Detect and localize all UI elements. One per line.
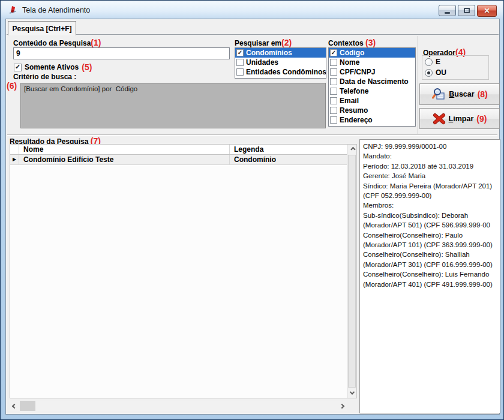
checkbox-icon[interactable] bbox=[330, 107, 337, 114]
tab-pesquisa[interactable]: Pesquisa [Ctrl+F] bbox=[8, 21, 76, 35]
detail-line: Conselheiro(Conselheiro): Shalliah (Mora… bbox=[363, 250, 497, 269]
annotation-6: (6) bbox=[7, 81, 17, 91]
grid-header-row: Nome Legenda bbox=[10, 145, 347, 155]
cell-nome: Condomínio Edifício Teste bbox=[19, 155, 229, 164]
checkbox-icon[interactable] bbox=[236, 68, 244, 76]
only-active-row[interactable]: Somente Ativos (5) bbox=[14, 62, 92, 72]
buscar-button[interactable]: Buscar(8) bbox=[419, 83, 500, 105]
checkbox-icon[interactable] bbox=[330, 59, 337, 66]
annotation-8: (8) bbox=[478, 89, 488, 99]
operator-option-e[interactable]: E bbox=[425, 58, 440, 66]
context-item-data-nascimento[interactable]: Data de Nascimento bbox=[329, 77, 415, 86]
annotation-1: (1) bbox=[91, 38, 101, 47]
close-icon: ✕ bbox=[484, 7, 490, 14]
red-x-icon bbox=[433, 113, 446, 125]
minimize-icon bbox=[445, 12, 450, 14]
only-active-label: Somente Ativos bbox=[25, 63, 79, 71]
content-search-label: Conteúdo da Pesquisa(1) bbox=[13, 38, 101, 47]
detail-line: Síndico: Maria Pereira (Morador/APT 201)… bbox=[363, 181, 497, 201]
horizontal-scroll-thumb[interactable] bbox=[20, 401, 35, 411]
criteria-label: Critério de busca : bbox=[13, 73, 76, 81]
detail-panel: CNPJ: 99.999.999/0001-00 Mandato: Períod… bbox=[359, 139, 500, 413]
detail-line: Sub-síndico(Subsindico): Deborah (Morado… bbox=[363, 211, 497, 230]
checkbox-icon[interactable] bbox=[236, 59, 244, 66]
context-item-email[interactable]: Email bbox=[329, 96, 415, 106]
context-item-cpf-cnpj[interactable]: CPF/CNPJ bbox=[329, 67, 415, 77]
context-item-codigo[interactable]: Código bbox=[329, 48, 415, 58]
buscar-button-label: Buscar bbox=[449, 90, 474, 98]
annotation-2: (2) bbox=[281, 38, 292, 47]
results-grid: Nome Legenda ▶ Condomínio Edifício Teste… bbox=[10, 144, 357, 398]
detail-line: Período: 12.03.2018 até 31.03.2019 bbox=[363, 161, 497, 171]
only-active-checkbox[interactable] bbox=[14, 64, 22, 71]
checkbox-icon[interactable] bbox=[330, 116, 337, 124]
section-separator bbox=[418, 36, 418, 134]
dialog-client: Pesquisa [Ctrl+F] Conteúdo da Pesquisa(1… bbox=[5, 19, 500, 415]
close-button[interactable]: ✕ bbox=[477, 5, 497, 17]
context-item-resumo[interactable]: Resumo bbox=[329, 106, 415, 115]
radio-icon[interactable] bbox=[425, 58, 433, 66]
annotation-9: (9) bbox=[476, 114, 487, 124]
limpar-button-label: Limpar bbox=[449, 115, 474, 123]
maximize-button[interactable] bbox=[458, 5, 475, 16]
titlebar: Tela de Atendimento ✕ bbox=[6, 2, 498, 18]
divider-highlight bbox=[7, 135, 497, 136]
row-indicator-icon: ▶ bbox=[13, 157, 16, 162]
search-content-input[interactable] bbox=[13, 47, 230, 59]
annotation-5: (5) bbox=[82, 62, 92, 72]
detail-line: Conselheiro(Conselheiro): Paulo (Morador… bbox=[363, 230, 497, 250]
detail-line: Membros: bbox=[363, 200, 497, 210]
search-in-item-entidades[interactable]: Entidades Condôminos bbox=[235, 67, 326, 77]
table-row[interactable]: ▶ Condomínio Edifício Teste Condomínio bbox=[10, 155, 347, 165]
detail-line: Mandato: bbox=[363, 151, 497, 161]
criteria-memo: [Buscar em Condomínio] por Código bbox=[20, 83, 326, 128]
grid-vertical-scrollbar[interactable] bbox=[347, 145, 356, 398]
scroll-up-icon[interactable] bbox=[347, 145, 356, 154]
checkbox-icon[interactable] bbox=[330, 88, 337, 95]
column-header-legenda[interactable]: Legenda bbox=[229, 145, 347, 154]
search-in-listbox: Condomínios Unidades Entidades Condômino… bbox=[235, 47, 326, 79]
search-in-item-condominios[interactable]: Condomínios bbox=[235, 48, 326, 58]
search-in-item-unidades[interactable]: Unidades bbox=[235, 58, 326, 67]
row-indicator: ▶ bbox=[10, 155, 19, 164]
minimize-button[interactable] bbox=[439, 5, 456, 16]
cell-legenda: Condomínio bbox=[229, 155, 347, 164]
checkbox-checked-icon[interactable] bbox=[236, 49, 244, 56]
checkbox-icon[interactable] bbox=[330, 78, 337, 85]
column-header-nome[interactable]: Nome bbox=[19, 145, 229, 154]
detail-line: CNPJ: 99.999.999/0001-00 bbox=[363, 142, 497, 151]
app-icon bbox=[8, 5, 18, 15]
scroll-down-icon[interactable] bbox=[347, 388, 356, 398]
window-title: Tela de Atendimento bbox=[22, 6, 90, 14]
checkbox-icon[interactable] bbox=[330, 97, 337, 104]
grid-indicator-header bbox=[10, 145, 19, 154]
checkbox-icon[interactable] bbox=[330, 68, 337, 76]
vertical-scroll-thumb[interactable] bbox=[348, 155, 356, 388]
checkbox-checked-icon[interactable] bbox=[330, 49, 337, 56]
contexts-listbox: Código Nome CPF/CNPJ Data de Nascimento … bbox=[328, 47, 416, 127]
magnifier-icon bbox=[431, 88, 446, 101]
detail-line: Conselheiro(Conselheiro): Luis Fernando … bbox=[363, 269, 497, 289]
grid-horizontal-scrollbar[interactable] bbox=[10, 401, 347, 411]
scroll-right-icon[interactable] bbox=[337, 401, 347, 411]
annotation-3: (3) bbox=[365, 38, 376, 47]
context-item-telefone[interactable]: Telefone bbox=[329, 86, 415, 96]
limpar-button[interactable]: Limpar(9) bbox=[419, 108, 500, 129]
context-item-nome[interactable]: Nome bbox=[329, 58, 415, 67]
operator-option-ou[interactable]: OU bbox=[425, 68, 446, 77]
contexts-label: Contextos (3) bbox=[328, 38, 376, 47]
scroll-left-icon[interactable] bbox=[10, 401, 19, 411]
search-in-label: Pesquisar em(2) bbox=[235, 38, 292, 47]
maximize-icon bbox=[464, 8, 470, 13]
detail-line: Gerente: José Maria bbox=[363, 171, 497, 181]
context-item-endereco[interactable]: Endereço bbox=[329, 115, 415, 125]
radio-selected-icon[interactable] bbox=[425, 69, 433, 77]
app-window: Tela de Atendimento ✕ Pesquisa [Ctrl+F] … bbox=[0, 0, 504, 420]
